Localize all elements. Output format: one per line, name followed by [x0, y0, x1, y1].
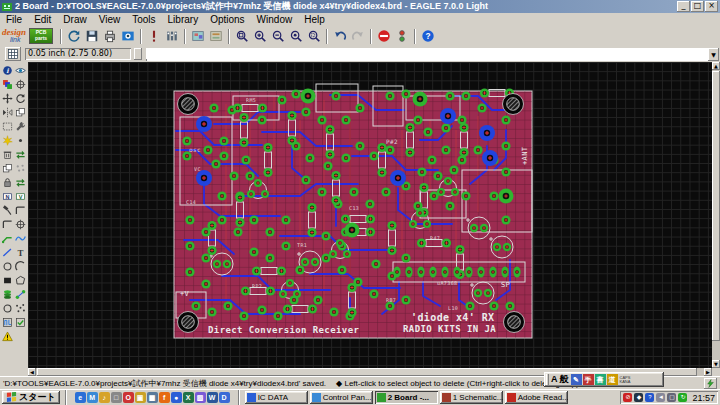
run-script-icon[interactable]: [145, 28, 163, 45]
traffic-light-icon[interactable]: [393, 28, 411, 45]
add-tool-icon[interactable]: [1, 162, 13, 175]
pinswap-tool-icon[interactable]: [14, 148, 26, 161]
task-schematic-button[interactable]: 1 Schematic...: [440, 391, 503, 404]
task-adobe-button[interactable]: Adobe Read...: [505, 391, 568, 404]
task-board-button[interactable]: 2 Board -...: [375, 391, 438, 404]
smash-tool-icon[interactable]: [1, 204, 13, 217]
globe-icon[interactable]: ●: [171, 392, 182, 403]
gateswap-tool-icon[interactable]: [14, 176, 26, 189]
opera-icon[interactable]: O: [123, 392, 134, 403]
value-tool-icon[interactable]: V: [14, 190, 26, 203]
scroll-down-button[interactable]: ▼: [712, 360, 720, 368]
cut-tool-icon[interactable]: [14, 134, 26, 147]
module-icon[interactable]: [163, 28, 181, 45]
menu-help[interactable]: Help: [298, 13, 331, 26]
task-ic-data-button[interactable]: IC DATA: [245, 391, 308, 404]
ratsnest-tool-icon[interactable]: [14, 302, 26, 315]
zoom-fit-icon[interactable]: [233, 28, 251, 45]
menu-tools[interactable]: Tools: [126, 13, 161, 26]
grid-button[interactable]: [5, 47, 21, 61]
tray-shield-icon[interactable]: ◆: [634, 393, 643, 402]
menu-edit[interactable]: Edit: [28, 13, 57, 26]
change-tool-icon[interactable]: [14, 120, 26, 133]
tray-sound-icon[interactable]: ◄: [656, 393, 665, 402]
command-input[interactable]: [146, 48, 708, 59]
ime-grip[interactable]: [546, 374, 549, 385]
sheet-icon[interactable]: [189, 28, 207, 45]
zoom-redraw-icon[interactable]: [287, 28, 305, 45]
signal-tool-icon[interactable]: [14, 288, 26, 301]
menu-options[interactable]: Options: [204, 13, 250, 26]
ime-language-bar[interactable]: A 般 ✎手書道 CAPSKANA: [544, 372, 664, 387]
mail-icon[interactable]: M: [87, 392, 98, 403]
ime-pad-icon[interactable]: 手: [583, 374, 594, 385]
minimize-button[interactable]: _: [677, 1, 690, 12]
hole-tool-icon[interactable]: [1, 302, 13, 315]
ime-dict-icon[interactable]: 書: [595, 374, 606, 385]
zoom-select-icon[interactable]: [305, 28, 323, 45]
show-tool-icon[interactable]: [14, 64, 26, 77]
name-tool-icon[interactable]: N: [1, 190, 13, 203]
tray-update-icon[interactable]: ↻: [678, 393, 687, 402]
word-icon[interactable]: W: [207, 392, 218, 403]
menu-library[interactable]: Library: [162, 13, 205, 26]
command-dropdown-arrow[interactable]: ▼: [708, 48, 719, 61]
wire-tool-icon[interactable]: [1, 246, 13, 259]
designlink-logo[interactable]: designlink: [2, 28, 26, 44]
ime-prop-icon[interactable]: 道: [607, 374, 618, 385]
mycomputer-icon[interactable]: ▦: [147, 392, 158, 403]
paste-tool-icon[interactable]: [1, 134, 13, 147]
save-icon[interactable]: [83, 28, 101, 45]
scroll-up-button[interactable]: ▲: [712, 62, 720, 70]
ime-input-mode[interactable]: A: [551, 373, 558, 386]
ime-pen-icon[interactable]: ✎: [571, 374, 582, 385]
group-tool-icon[interactable]: [1, 120, 13, 133]
start-button[interactable]: スタート: [2, 391, 60, 404]
delete-tool-icon[interactable]: [1, 148, 13, 161]
layer-settings-icon[interactable]: [207, 28, 225, 45]
mirror-tool-icon[interactable]: [1, 106, 13, 119]
menu-draw[interactable]: Draw: [57, 13, 92, 26]
tray-info-icon[interactable]: ?: [645, 393, 654, 402]
menu-window[interactable]: Window: [251, 13, 299, 26]
task-control-panel-button[interactable]: Control Pan...: [310, 391, 373, 404]
firefox-icon[interactable]: f: [159, 392, 170, 403]
folder-icon[interactable]: ▣: [135, 392, 146, 403]
pcb-parts-logo[interactable]: PCB parts: [29, 28, 53, 44]
ripup-tool-icon[interactable]: [14, 232, 26, 245]
zoom-in-icon[interactable]: [251, 28, 269, 45]
ie-icon[interactable]: e: [75, 392, 86, 403]
restore-button[interactable]: □: [691, 1, 704, 12]
move-tool-icon[interactable]: [1, 92, 13, 105]
info-tool-icon[interactable]: i: [1, 64, 13, 77]
vertical-scroll-thumb[interactable]: [712, 71, 720, 341]
help-icon[interactable]: ?: [419, 28, 437, 45]
copy-tool-icon[interactable]: [14, 106, 26, 119]
circle-tool-icon[interactable]: [1, 260, 13, 273]
undo-icon[interactable]: [331, 28, 349, 45]
drc-tool-icon[interactable]: [14, 316, 26, 329]
window-icon[interactable]: □: [111, 392, 122, 403]
auto-tool-icon[interactable]: [1, 316, 13, 329]
board-canvas[interactable]: Direct Conversion Receiver'diode x4' RXR…: [28, 62, 712, 368]
replace-tool-icon[interactable]: [14, 162, 26, 175]
image-icon[interactable]: ▨: [195, 392, 206, 403]
print-icon[interactable]: [101, 28, 119, 45]
stop-icon[interactable]: [375, 28, 393, 45]
ime-conversion-mode[interactable]: 般: [560, 373, 569, 386]
redo-icon[interactable]: [349, 28, 367, 45]
cam-icon[interactable]: [119, 28, 137, 45]
split-tool-icon[interactable]: [1, 218, 13, 231]
media-icon[interactable]: ♪: [99, 392, 110, 403]
arc-tool-icon[interactable]: [14, 260, 26, 273]
miter-tool-icon[interactable]: [14, 204, 26, 217]
tray-display-icon[interactable]: ▢: [667, 393, 676, 402]
docs-icon[interactable]: D: [219, 392, 230, 403]
scroll-left-button[interactable]: ◀: [28, 368, 36, 376]
text-tool-icon[interactable]: T: [14, 246, 26, 259]
open-board-icon[interactable]: [65, 28, 83, 45]
menu-view[interactable]: View: [93, 13, 127, 26]
display-tool-icon[interactable]: [1, 78, 13, 91]
close-button[interactable]: ×: [705, 1, 718, 12]
pcb-drawing[interactable]: Direct Conversion Receiver'diode x4' RXR…: [28, 62, 712, 368]
